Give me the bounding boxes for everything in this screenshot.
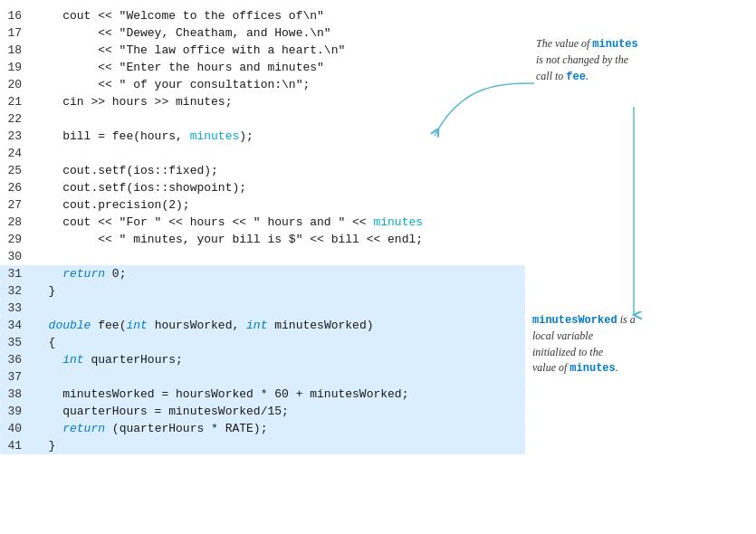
- fee-ref: fee: [566, 71, 586, 83]
- code-line-25: 25 cout.setf(ios::fixed);: [0, 162, 525, 179]
- line-number: 29: [0, 231, 34, 248]
- code-line-33: 33: [0, 300, 525, 317]
- code-line-38: 38 minutesWorked = hoursWorked * 60 + mi…: [0, 386, 525, 403]
- line-number: 26: [0, 179, 34, 196]
- line-number: 39: [0, 403, 34, 420]
- minutesWorked-ref: minutesWorked: [532, 314, 617, 327]
- line-code-content: return 0;: [34, 265, 126, 282]
- keyword: int: [246, 319, 267, 332]
- line-code-content: double fee(int hoursWorked, int minutesW…: [34, 317, 374, 334]
- code-line-31: 31 return 0;: [0, 265, 525, 282]
- code-line-29: 29 << " minutes, your bill is $" << bill…: [0, 231, 525, 248]
- highlighted-identifier: minutes: [190, 129, 240, 143]
- keyword: double: [49, 319, 91, 332]
- keyword: return: [62, 267, 105, 281]
- line-code-content: }: [34, 437, 55, 454]
- line-number: 16: [0, 7, 34, 24]
- keyword: return: [62, 422, 105, 435]
- code-line-17: 17 << "Dewey, Cheatham, and Howe.\n": [0, 24, 525, 42]
- line-number: 17: [0, 24, 34, 42]
- line-number: 19: [0, 59, 34, 76]
- line-code-content: cout.setf(ios::fixed);: [34, 162, 218, 179]
- line-number: 40: [0, 420, 34, 437]
- code-line-27: 27 cout.precision(2);: [0, 196, 525, 214]
- line-number: 41: [0, 437, 34, 454]
- annotation-top: The value of minutes is not changed by t…: [536, 36, 735, 85]
- code-line-36: 36 int quarterHours;: [0, 351, 525, 368]
- code-line-21: 21 cin >> hours >> minutes;: [0, 93, 525, 110]
- line-number: 18: [0, 42, 34, 59]
- line-number: 30: [0, 248, 34, 265]
- code-area: 16 cout << "Welcome to the offices of\n"…: [0, 0, 525, 534]
- minutes-ref-top: minutes: [592, 38, 637, 51]
- code-line-18: 18 << "The law office with a heart.\n": [0, 42, 525, 59]
- code-line-24: 24: [0, 145, 525, 162]
- line-code-content: << "Enter the hours and minutes": [34, 59, 324, 76]
- line-number: 25: [0, 162, 34, 179]
- line-code-content: bill = fee(hours, minutes);: [34, 128, 254, 145]
- code-line-32: 32 }: [0, 282, 525, 300]
- line-number: 27: [0, 196, 34, 214]
- keyword: int: [62, 353, 83, 367]
- line-number: 23: [0, 128, 34, 145]
- line-number: 35: [0, 334, 34, 351]
- line-code-content: << " of your consultation:\n";: [34, 76, 310, 93]
- annotations-area: The value of minutes is not changed by t…: [525, 0, 756, 534]
- code-line-20: 20 << " of your consultation:\n";: [0, 76, 525, 93]
- code-line-30: 30: [0, 248, 525, 265]
- line-code-content: }: [34, 282, 55, 300]
- code-line-19: 19 << "Enter the hours and minutes": [0, 59, 525, 76]
- line-code-content: minutesWorked = hoursWorked * 60 + minut…: [34, 386, 408, 403]
- line-number: 21: [0, 93, 34, 110]
- line-code-content: << "The law office with a heart.\n": [34, 42, 345, 59]
- line-number: 38: [0, 386, 34, 403]
- line-code-content: cout.setf(ios::showpoint);: [34, 179, 246, 196]
- code-line-22: 22: [0, 110, 525, 128]
- code-line-40: 40 return (quarterHours * RATE);: [0, 420, 525, 437]
- line-code-content: cin >> hours >> minutes;: [34, 93, 232, 110]
- line-number: 32: [0, 282, 34, 300]
- line-code-content: quarterHours = minutesWorked/15;: [34, 403, 289, 420]
- annotation-bottom: minutesWorked is a local variable initia…: [532, 312, 732, 377]
- line-code-content: {: [34, 334, 55, 351]
- line-number: 20: [0, 76, 34, 93]
- code-line-16: 16 cout << "Welcome to the offices of\n": [0, 7, 525, 24]
- line-code-content: << "Dewey, Cheatham, and Howe.\n": [34, 24, 331, 42]
- main-container: 16 cout << "Welcome to the offices of\n"…: [0, 0, 756, 534]
- code-line-35: 35 {: [0, 334, 525, 351]
- minutes-ref-bottom: minutes: [569, 362, 615, 375]
- line-code-content: return (quarterHours * RATE);: [34, 420, 267, 437]
- code-line-28: 28 cout << "For " << hours << " hours an…: [0, 214, 525, 231]
- line-number: 31: [0, 265, 34, 282]
- code-line-26: 26 cout.setf(ios::showpoint);: [0, 179, 525, 196]
- line-code-content: int quarterHours;: [34, 351, 183, 368]
- code-line-34: 34 double fee(int hoursWorked, int minut…: [0, 317, 525, 334]
- line-number: 22: [0, 110, 34, 128]
- line-code-content: << " minutes, your bill is $" << bill <<…: [34, 231, 423, 248]
- code-line-37: 37: [0, 368, 525, 386]
- line-code-content: cout << "For " << hours << " hours and "…: [34, 214, 423, 231]
- line-code-content: cout.precision(2);: [34, 196, 190, 214]
- line-number: 33: [0, 300, 34, 317]
- code-line-41: 41 }: [0, 437, 525, 454]
- line-number: 28: [0, 214, 34, 231]
- line-number: 36: [0, 351, 34, 368]
- line-code-content: cout << "Welcome to the offices of\n": [34, 7, 324, 24]
- highlighted-identifier: minutes: [373, 215, 423, 229]
- line-number: 37: [0, 368, 34, 386]
- code-line-23: 23 bill = fee(hours, minutes);: [0, 128, 525, 145]
- line-number: 24: [0, 145, 34, 162]
- keyword: int: [126, 319, 147, 332]
- code-line-39: 39 quarterHours = minutesWorked/15;: [0, 403, 525, 420]
- line-number: 34: [0, 317, 34, 334]
